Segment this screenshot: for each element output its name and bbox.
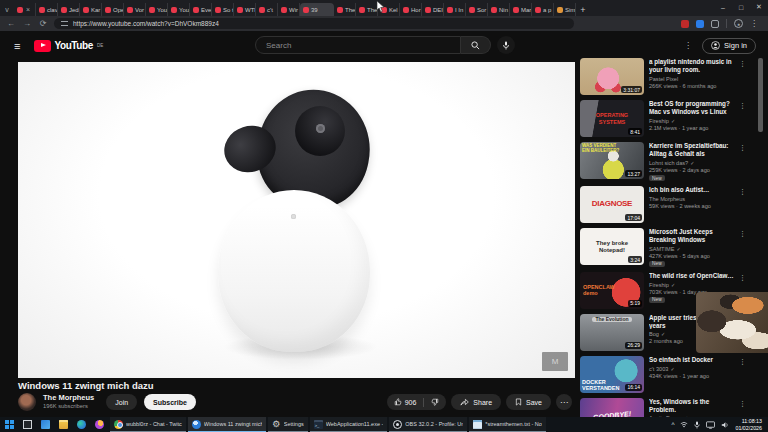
address-bar[interactable]: https://www.youtube.com/watch?v=DhVOkm88… bbox=[54, 18, 574, 29]
subscribe-button[interactable]: Subscribe bbox=[144, 394, 196, 410]
network-icon[interactable] bbox=[680, 421, 688, 428]
video-menu-icon[interactable]: ⋮ bbox=[739, 60, 746, 68]
tray-chevron-icon[interactable]: ^ bbox=[671, 421, 674, 428]
video-thumbnail[interactable]: OPENCLAW demo5:19 bbox=[580, 272, 644, 309]
taskbar-app-chromeblue[interactable]: Windows 11 zwingt mich bbox=[188, 417, 266, 432]
save-button[interactable]: Save bbox=[506, 394, 551, 410]
browser-tab[interactable]: Mar bbox=[510, 3, 532, 16]
channel-avatar[interactable] bbox=[18, 393, 36, 411]
display-icon[interactable] bbox=[706, 421, 715, 429]
taskbar-app-terminal[interactable]: >_WebApplication11.exe - bbox=[310, 417, 388, 432]
tab-search-icon[interactable]: v bbox=[0, 2, 14, 16]
site-info-icon[interactable] bbox=[61, 21, 68, 26]
taskview-taskbar-icon[interactable] bbox=[18, 417, 36, 432]
browser-tab[interactable]: 39 bbox=[300, 3, 334, 16]
video-menu-icon[interactable]: ⋮ bbox=[739, 400, 746, 408]
firefox-taskbar-icon[interactable] bbox=[90, 417, 108, 432]
browser-tab[interactable]: Jedi bbox=[58, 3, 80, 16]
start-taskbar-icon[interactable] bbox=[0, 417, 18, 432]
browser-tab[interactable]: Eve bbox=[190, 3, 212, 16]
youtube-logo[interactable]: YouTube DE bbox=[34, 40, 103, 52]
more-actions-button[interactable]: ⋯ bbox=[556, 394, 572, 410]
browser-tab[interactable]: Kar bbox=[80, 3, 102, 16]
taskbar-app-notepad[interactable]: *streamthemen.txt - No bbox=[469, 417, 546, 432]
edge-taskbar-icon[interactable] bbox=[72, 417, 90, 432]
forward-icon[interactable]: → bbox=[22, 19, 32, 28]
taskbar-app-chrome[interactable]: wubbl0rz - Chat - Twitc bbox=[110, 417, 186, 432]
browser-tab[interactable]: clav bbox=[36, 3, 58, 16]
browser-tab[interactable]: The bbox=[334, 3, 356, 16]
browser-tab[interactable]: Vor bbox=[124, 3, 146, 16]
browser-tab[interactable]: c't bbox=[256, 3, 278, 16]
close-button[interactable]: ✕ bbox=[750, 0, 768, 14]
browser-menu-icon[interactable]: ⋮ bbox=[750, 19, 758, 28]
dislike-button[interactable] bbox=[424, 398, 446, 406]
browser-tab[interactable]: So t bbox=[212, 3, 234, 16]
minimize-button[interactable]: – bbox=[714, 0, 732, 14]
browser-tab[interactable]: Sim bbox=[554, 3, 576, 16]
channel-name[interactable]: The Morpheus bbox=[43, 394, 94, 403]
join-button[interactable]: Join bbox=[106, 394, 137, 410]
related-video[interactable]: DOCKER VERSTANDEN16:14So einfach ist Doc… bbox=[580, 356, 746, 393]
url-text[interactable]: https://www.youtube.com/watch?v=DhVOkm88… bbox=[73, 20, 219, 27]
search-button[interactable] bbox=[461, 36, 491, 54]
browser-tab[interactable]: Sor bbox=[466, 3, 488, 16]
video-player[interactable]: M bbox=[18, 62, 575, 378]
video-menu-icon[interactable]: ⋮ bbox=[739, 144, 746, 152]
video-menu-icon[interactable]: ⋮ bbox=[739, 358, 746, 366]
browser-tab[interactable]: You bbox=[146, 3, 168, 16]
video-thumbnail[interactable]: 3:31:07 bbox=[580, 58, 644, 95]
page-scrollbar[interactable] bbox=[758, 58, 763, 132]
browser-tab[interactable]: I In bbox=[444, 3, 466, 16]
search-input[interactable] bbox=[266, 41, 446, 50]
explorer-taskbar-icon[interactable] bbox=[54, 417, 72, 432]
related-video[interactable]: WAS VERDIENT EIN BAULEITER?13:27Karriere… bbox=[580, 142, 746, 181]
browser-tab[interactable]: Wir bbox=[278, 3, 300, 16]
new-tab-button[interactable]: + bbox=[576, 3, 590, 16]
like-button[interactable]: 906 bbox=[387, 398, 424, 406]
share-button[interactable]: Share bbox=[451, 394, 501, 410]
sign-in-button[interactable]: Sign in bbox=[702, 38, 756, 54]
header-menu-icon[interactable]: ⋮ bbox=[684, 41, 692, 50]
related-video[interactable]: DIAGNOSE17:04Ich bin also Autist…The Mor… bbox=[580, 186, 746, 223]
browser-tab[interactable]: Ope bbox=[102, 3, 124, 16]
reload-icon[interactable]: ⟳ bbox=[38, 19, 48, 28]
browser-tab[interactable]: Nin bbox=[488, 3, 510, 16]
hamburger-menu-icon[interactable]: ≡ bbox=[14, 40, 20, 52]
browser-tab[interactable]: WTF bbox=[234, 3, 256, 16]
volume-extension-icon[interactable] bbox=[696, 20, 704, 28]
browser-tab[interactable]: The bbox=[356, 3, 378, 16]
tab-close-icon[interactable]: × bbox=[26, 6, 30, 13]
back-icon[interactable]: ← bbox=[6, 19, 16, 28]
photos-taskbar-icon[interactable] bbox=[36, 417, 54, 432]
video-thumbnail[interactable]: WAS VERDIENT EIN BAULEITER?13:27 bbox=[580, 142, 644, 179]
video-thumbnail[interactable]: They broke Notepad!3:24 bbox=[580, 228, 644, 265]
video-thumbnail[interactable]: The Evolution26:29 bbox=[580, 314, 644, 351]
profile-avatar-icon[interactable]: ● bbox=[734, 19, 743, 28]
video-thumbnail[interactable]: OPERATING SYSTEMS8:41 bbox=[580, 100, 644, 137]
search-box[interactable] bbox=[255, 36, 461, 54]
extensions-puzzle-icon[interactable] bbox=[711, 20, 719, 28]
video-thumbnail[interactable]: DOCKER VERSTANDEN16:14 bbox=[580, 356, 644, 393]
browser-tab[interactable]: × bbox=[14, 3, 36, 16]
related-video[interactable]: They broke Notepad!3:24Microsoft Just Ke… bbox=[580, 228, 746, 267]
video-menu-icon[interactable]: ⋮ bbox=[739, 188, 746, 196]
related-video[interactable]: OPERATING SYSTEMS8:41Best OS for program… bbox=[580, 100, 746, 137]
taskbar-clock[interactable]: 11:08:13 01/02/2026 bbox=[735, 418, 762, 431]
voice-search-button[interactable] bbox=[497, 36, 515, 54]
volume-icon[interactable] bbox=[721, 421, 729, 429]
browser-tab[interactable]: a p bbox=[532, 3, 554, 16]
channel-watermark[interactable]: M bbox=[542, 352, 568, 371]
maximize-button[interactable]: □ bbox=[732, 0, 750, 14]
taskbar-app-obs[interactable]: OBS 32.0.2 - Profile: Unt bbox=[389, 417, 467, 432]
taskbar-app-settings[interactable]: ⚙Settings bbox=[268, 417, 308, 432]
related-video[interactable]: 3:31:07a playlist nintendo music in your… bbox=[580, 58, 746, 95]
browser-tab[interactable]: You bbox=[168, 3, 190, 16]
video-menu-icon[interactable]: ⋮ bbox=[739, 230, 746, 238]
browser-tab[interactable]: DEI bbox=[422, 3, 444, 16]
video-menu-icon[interactable]: ⋮ bbox=[739, 102, 746, 110]
ublock-extension-icon[interactable] bbox=[681, 20, 689, 28]
video-thumbnail[interactable]: DIAGNOSE17:04 bbox=[580, 186, 644, 223]
tray-mic-icon[interactable] bbox=[694, 421, 700, 429]
browser-tab[interactable]: Hor bbox=[400, 3, 422, 16]
